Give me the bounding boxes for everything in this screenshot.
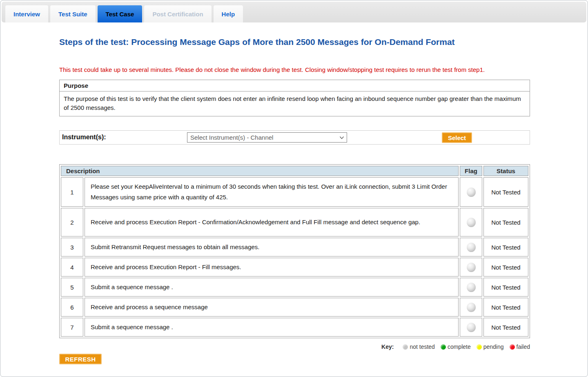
- tab-interview[interactable]: Interview: [5, 5, 48, 22]
- step-flag-cell: [460, 298, 482, 317]
- step-description: Receive and process Execution Report - C…: [85, 208, 459, 236]
- test-steps-table: Description Flag Status 1 Please set you…: [59, 164, 530, 338]
- step-number: 2: [61, 208, 83, 236]
- step-status: Not Tested: [483, 318, 528, 337]
- key-item-pending: pending: [477, 344, 504, 350]
- table-row-1: 1 Please set your KeepAliveInterval to a…: [61, 177, 528, 207]
- column-header-flag: Flag: [460, 166, 482, 176]
- step-flag-cell: [460, 258, 482, 277]
- step-flag-cell: [460, 208, 482, 236]
- table-row-2: 2 Receive and process Execution Report -…: [61, 208, 528, 236]
- step-description: Submit a sequence message .: [85, 318, 459, 337]
- column-header-description: Description: [61, 166, 459, 176]
- purpose-panel: Purpose The purpose of this test is to v…: [59, 80, 530, 116]
- page-title: Steps of the test: Processing Message Ga…: [59, 37, 530, 47]
- app-window: Interview Test Suite Test Case Post Cert…: [0, 0, 588, 377]
- tab-help[interactable]: Help: [214, 5, 243, 22]
- key-item-label: failed: [517, 344, 530, 350]
- key-item-failed: failed: [510, 344, 530, 350]
- tab-test-case[interactable]: Test Case: [98, 5, 143, 22]
- step-description: Submit a sequence message .: [85, 278, 459, 297]
- step-number: 5: [61, 278, 83, 297]
- flag-not-tested-icon: [467, 218, 476, 227]
- tab-post-certification: Post Certification: [144, 5, 211, 22]
- status-key-legend: Key: not tested complete pending failed: [59, 344, 530, 350]
- step-flag-cell: [460, 318, 482, 337]
- pending-dot-icon: [477, 344, 482, 350]
- step-flag-cell: [460, 238, 482, 257]
- key-item-complete: complete: [441, 344, 471, 350]
- step-flag-cell: [460, 177, 482, 207]
- select-button[interactable]: Select: [442, 132, 472, 143]
- key-item-label: complete: [448, 344, 471, 350]
- step-status: Not Tested: [483, 278, 528, 297]
- key-item-label: pending: [483, 344, 504, 350]
- step-number: 4: [61, 258, 83, 277]
- warning-message: This test could take up to several minut…: [59, 66, 533, 73]
- step-number: 1: [61, 177, 83, 207]
- step-number: 7: [61, 318, 83, 337]
- step-description: Submit Retransmit Request messages to ob…: [85, 238, 459, 257]
- table-row-6: 6 Receive and process a sequence message…: [61, 298, 528, 317]
- not-tested-dot-icon: [403, 344, 408, 350]
- step-status: Not Tested: [483, 208, 528, 236]
- refresh-button[interactable]: REFRESH: [59, 354, 102, 364]
- flag-not-tested-icon: [467, 263, 476, 272]
- purpose-text: The purpose of this test is to verify th…: [60, 91, 530, 116]
- instrument-select-wrap: Select Instrument(s) - Channel: [187, 132, 347, 143]
- flag-not-tested-icon: [467, 243, 476, 252]
- tab-test-suite[interactable]: Test Suite: [50, 5, 96, 22]
- purpose-heading: Purpose: [60, 80, 530, 91]
- step-status: Not Tested: [483, 298, 528, 317]
- key-label: Key:: [381, 344, 394, 350]
- flag-not-tested-icon: [467, 303, 476, 312]
- column-header-status: Status: [483, 166, 528, 176]
- instrument-select[interactable]: Select Instrument(s) - Channel: [187, 132, 347, 143]
- table-row-5: 5 Submit a sequence message . Not Tested: [61, 278, 528, 297]
- flag-not-tested-icon: [467, 187, 476, 197]
- instrument-label: Instrument(s):: [62, 134, 106, 141]
- step-number: 3: [61, 238, 83, 257]
- tab-bar: Interview Test Suite Test Case Post Cert…: [2, 2, 586, 22]
- step-status: Not Tested: [483, 258, 528, 277]
- main-content: Steps of the test: Processing Message Ga…: [2, 37, 588, 364]
- step-description: Receive and process a sequence message: [85, 298, 459, 317]
- step-status: Not Tested: [483, 177, 528, 207]
- table-row-7: 7 Submit a sequence message . Not Tested: [61, 318, 528, 337]
- key-item-not-tested: not tested: [403, 344, 435, 350]
- complete-dot-icon: [441, 344, 446, 350]
- flag-not-tested-icon: [467, 323, 476, 332]
- failed-dot-icon: [510, 344, 515, 350]
- table-header-row: Description Flag Status: [61, 166, 528, 176]
- step-number: 6: [61, 298, 83, 317]
- flag-not-tested-icon: [467, 283, 476, 292]
- step-description: Receive and process Execution Report - F…: [85, 258, 459, 277]
- step-status: Not Tested: [483, 238, 528, 257]
- key-item-label: not tested: [410, 344, 435, 350]
- table-row-4: 4 Receive and process Execution Report -…: [61, 258, 528, 277]
- step-description: Please set your KeepAliveInterval to a m…: [85, 177, 459, 207]
- step-flag-cell: [460, 278, 482, 297]
- table-row-3: 3 Submit Retransmit Request messages to …: [61, 238, 528, 257]
- instrument-panel: Instrument(s): Select Instrument(s) - Ch…: [59, 130, 530, 145]
